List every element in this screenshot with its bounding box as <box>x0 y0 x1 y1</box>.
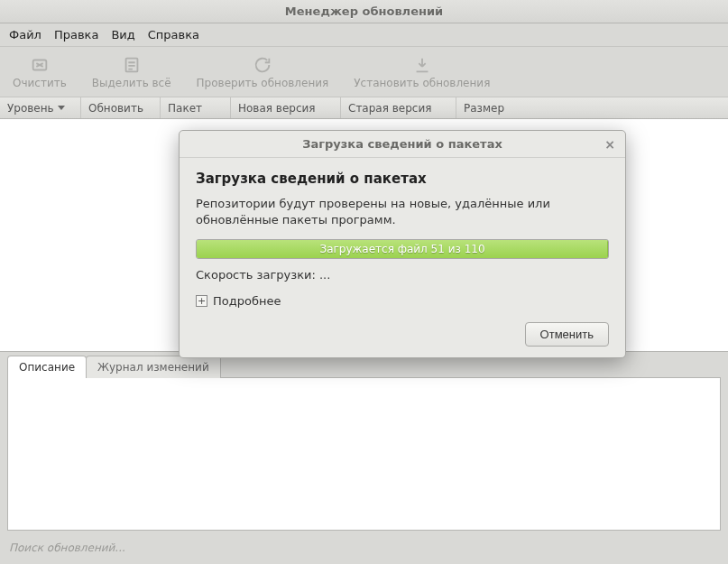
select-all-label: Выделить всё <box>92 77 171 89</box>
window-titlebar: Менеджер обновлений <box>0 0 728 23</box>
menu-help[interactable]: Справка <box>148 28 199 42</box>
cancel-button[interactable]: Отменить <box>525 322 609 347</box>
install-icon <box>412 55 432 75</box>
details-expander[interactable]: + Подробнее <box>196 294 609 308</box>
tab-content <box>7 377 721 531</box>
col-level[interactable]: Уровень <box>0 97 81 118</box>
sort-indicator-icon <box>58 106 65 110</box>
plus-icon: + <box>196 295 207 307</box>
check-label: Проверить обновления <box>197 77 329 89</box>
install-label: Установить обновления <box>354 77 490 89</box>
download-speed: Скорость загрузки: ... <box>196 268 609 282</box>
menu-file[interactable]: Файл <box>9 28 41 42</box>
refresh-icon <box>253 55 272 75</box>
details-label: Подробнее <box>213 294 281 308</box>
col-old-version[interactable]: Старая версия <box>341 97 456 118</box>
tab-description[interactable]: Описание <box>7 356 87 378</box>
menu-edit[interactable]: Правка <box>54 28 98 42</box>
dialog-close-button[interactable]: × <box>602 136 618 153</box>
statusbar: Поиск обновлений... <box>0 538 728 559</box>
progress-label: Загружается файл 51 из 110 <box>197 240 608 258</box>
check-updates-button[interactable]: Проверить обновления <box>197 55 329 89</box>
col-update[interactable]: Обновить <box>81 97 161 118</box>
close-icon: × <box>604 137 615 152</box>
install-updates-button[interactable]: Установить обновления <box>354 55 490 89</box>
download-dialog: Загрузка сведений о пакетах × Загрузка с… <box>179 130 626 358</box>
dialog-message: Репозитории будут проверены на новые, уд… <box>196 196 609 228</box>
select-all-icon <box>122 55 142 75</box>
dialog-heading: Загрузка сведений о пакетах <box>196 171 609 187</box>
toolbar: Очистить Выделить всё Проверить обновлен… <box>0 47 728 97</box>
column-headers: Уровень Обновить Пакет Новая версия Стар… <box>0 97 728 119</box>
tabs-area: Описание Журнал изменений <box>0 352 728 538</box>
tab-changelog[interactable]: Журнал изменений <box>86 356 221 378</box>
dialog-titlebar: Загрузка сведений о пакетах × <box>180 131 625 158</box>
menu-view[interactable]: Вид <box>111 28 134 42</box>
col-package[interactable]: Пакет <box>161 97 231 118</box>
col-new-version[interactable]: Новая версия <box>231 97 341 118</box>
menubar: Файл Правка Вид Справка <box>0 23 728 47</box>
clear-label: Очистить <box>13 77 67 89</box>
select-all-button[interactable]: Выделить всё <box>92 55 171 89</box>
progress-bar: Загружается файл 51 из 110 <box>196 239 609 259</box>
clear-button[interactable]: Очистить <box>13 55 67 89</box>
window-title: Менеджер обновлений <box>285 5 443 18</box>
clear-icon <box>30 55 50 75</box>
dialog-title: Загрузка сведений о пакетах <box>302 137 502 151</box>
col-size[interactable]: Размер <box>456 97 728 118</box>
status-text: Поиск обновлений... <box>9 541 125 554</box>
